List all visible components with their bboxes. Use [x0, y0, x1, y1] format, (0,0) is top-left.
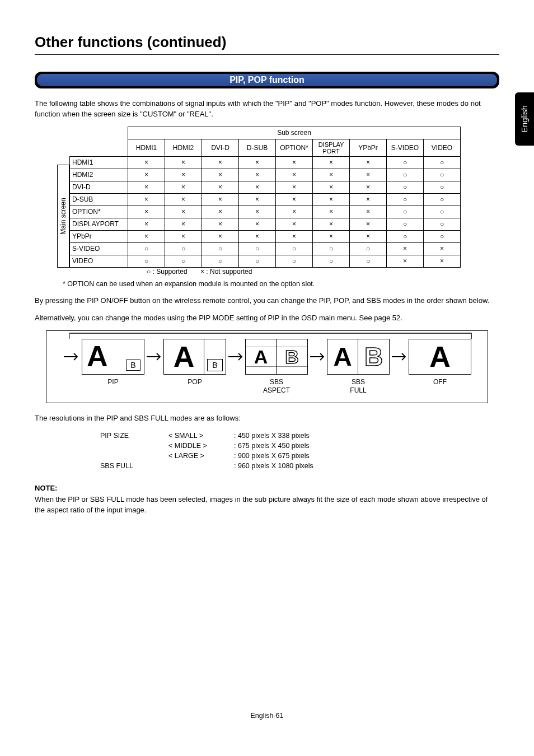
divider [35, 54, 499, 55]
compat-cell: × [313, 156, 350, 169]
compat-cell: ○ [387, 169, 424, 181]
compat-cell: × [165, 181, 202, 193]
compat-cell: × [350, 230, 387, 242]
table-row: DVI-D×××××××○○ [70, 181, 461, 193]
compat-cell: × [202, 230, 239, 242]
compat-cell: × [276, 169, 313, 181]
paragraph-modes-b: Alternatively, you can change the modes … [35, 313, 499, 324]
res-cell: : 900 pixels X 675 pixels [234, 451, 319, 460]
compat-cell: × [128, 156, 165, 169]
mode-pop: A B POP [163, 339, 226, 394]
compat-cell: ○ [350, 255, 387, 267]
row-label: DISPLAYPORT [70, 218, 128, 230]
res-cell: < LARGE > [168, 451, 233, 460]
res-cell [100, 451, 167, 460]
page-title: Other functions (continued) [35, 34, 499, 51]
compat-cell: ○ [239, 242, 276, 255]
intro-text: The following table shows the combinatio… [35, 99, 499, 120]
arrow-icon [144, 351, 163, 362]
compat-cell: ○ [128, 242, 165, 255]
row-label: VIDEO [70, 255, 128, 267]
compat-cell: ○ [387, 181, 424, 193]
mode-sbs-aspect: A B SBS ASPECT [245, 339, 308, 394]
compat-cell: × [239, 193, 276, 206]
res-cell: SBS FULL [100, 461, 167, 470]
table-row: PIP SIZE< SMALL >: 450 pixels X 338 pixe… [100, 431, 319, 440]
compat-cell: × [239, 169, 276, 181]
table-row: HDMI1×××××××○○ [70, 156, 461, 169]
compat-cell: ○ [387, 156, 424, 169]
res-cell [168, 461, 233, 470]
table-header-row: HDMI1 HDMI2 DVI-D D-SUB OPTION* DISPLAY … [70, 139, 461, 156]
mode-diagram: A B PIP A B POP A [46, 330, 488, 403]
mode-pip: A B PIP [82, 339, 144, 394]
resolution-table: PIP SIZE< SMALL >: 450 pixels X 338 pixe… [99, 430, 320, 472]
compat-cell: × [424, 255, 461, 267]
compat-cell: × [276, 156, 313, 169]
row-label: DVI-D [70, 181, 128, 193]
compat-cell: × [313, 206, 350, 218]
table-row: HDMI2×××××××○○ [70, 169, 461, 181]
compat-cell: ○ [313, 255, 350, 267]
compat-cell: ○ [387, 218, 424, 230]
main-screen-axis: Main screen [57, 165, 69, 268]
compat-cell: × [165, 193, 202, 206]
table-row: VIDEO○○○○○○○×× [70, 255, 461, 267]
res-cell: : 675 pixels X 450 pixels [234, 441, 319, 450]
compat-cell: ○ [424, 206, 461, 218]
section-title-bar: PIP, POP function [35, 72, 499, 88]
option-footnote: * OPTION can be used when an expansion m… [63, 280, 499, 288]
sub-screen-axis: Sub screen [128, 127, 461, 139]
note-body: When the PIP or SBS FULL mode has been s… [35, 494, 499, 516]
section-title: PIP, POP function [37, 74, 497, 86]
compat-cell: ○ [387, 193, 424, 206]
compat-cell: × [128, 218, 165, 230]
compat-cell: × [350, 193, 387, 206]
compat-table: Sub screen HDMI1 HDMI2 DVI-D D-SUB OPTIO… [69, 127, 461, 268]
compat-cell: × [276, 218, 313, 230]
compat-cell: × [128, 193, 165, 206]
row-label: OPTION* [70, 206, 128, 218]
compat-cell: × [350, 181, 387, 193]
compat-cell: × [276, 206, 313, 218]
res-cell: < MIDDLE > [168, 441, 233, 450]
compat-cell: × [202, 169, 239, 181]
compat-cell: × [128, 169, 165, 181]
res-cell: < SMALL > [168, 431, 233, 440]
table-row: DISPLAYPORT×××××××○○ [70, 218, 461, 230]
compat-cell: ○ [424, 230, 461, 242]
compat-cell: ○ [202, 255, 239, 267]
arrow-icon [308, 351, 327, 362]
table-row: OPTION*×××××××○○ [70, 206, 461, 218]
compat-cell: × [350, 206, 387, 218]
compat-cell: × [276, 193, 313, 206]
row-label: HDMI2 [70, 169, 128, 181]
compat-cell: × [276, 181, 313, 193]
row-label: D-SUB [70, 193, 128, 206]
compat-cell: × [350, 169, 387, 181]
compat-cell: × [202, 181, 239, 193]
res-cell: PIP SIZE [100, 431, 167, 440]
compat-cell: × [202, 218, 239, 230]
compat-cell: ○ [165, 255, 202, 267]
compat-cell: × [387, 255, 424, 267]
arrow-icon [390, 351, 409, 362]
arrow-icon [63, 351, 82, 362]
row-label: HDMI1 [70, 156, 128, 169]
page-footer: English-61 [35, 712, 499, 720]
compat-cell: × [313, 181, 350, 193]
compat-cell: ○ [128, 255, 165, 267]
res-cell [100, 441, 167, 450]
compat-cell: × [350, 156, 387, 169]
arrow-icon [226, 351, 245, 362]
compat-cell: ○ [424, 218, 461, 230]
compat-cell: × [387, 242, 424, 255]
compat-cell: × [239, 206, 276, 218]
res-cell: : 960 pixels X 1080 pixels [234, 461, 319, 470]
table-row: D-SUB×××××××○○ [70, 193, 461, 206]
row-label: YPbPr [70, 230, 128, 242]
compat-cell: × [165, 156, 202, 169]
compat-cell: × [424, 242, 461, 255]
compat-cell: ○ [313, 242, 350, 255]
resolution-intro: The resolutions in the PIP and SBS FULL … [35, 413, 499, 424]
